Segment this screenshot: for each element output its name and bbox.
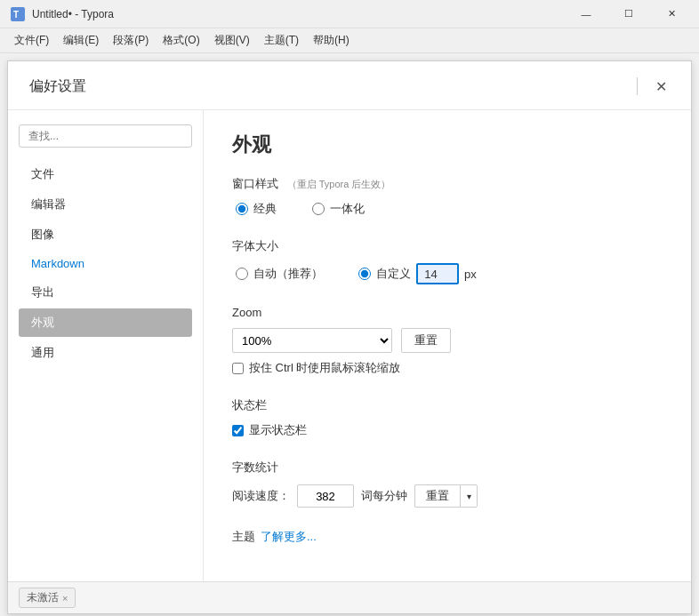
- window-style-group: 窗口样式 （重启 Typora 后生效） 经典 一体化: [232, 176, 663, 217]
- sidebar-item-image[interactable]: 图像: [19, 220, 192, 249]
- font-size-auto-label: 自动（推荐）: [253, 266, 323, 282]
- sidebar-item-general[interactable]: 通用: [19, 339, 192, 367]
- wordcount-row: 阅读速度： 词每分钟 重置 ▾: [232, 484, 663, 508]
- activate-close-button[interactable]: ×: [62, 593, 68, 604]
- word-count-title: 字数统计: [232, 460, 663, 476]
- wordcount-unit: 词每分钟: [361, 488, 407, 504]
- menu-help[interactable]: 帮助(H): [306, 30, 357, 51]
- wordcount-reset-button[interactable]: 重置: [414, 484, 460, 508]
- title-bar-controls: — ☐ ✕: [566, 0, 692, 28]
- title-bar-left: T Untitled• - Typora: [11, 7, 114, 21]
- zoom-ctrl-row: 按住 Ctrl 时使用鼠标滚轮缩放: [232, 360, 663, 376]
- font-size-custom-label: 自定义: [376, 266, 411, 282]
- theme-learn-more-link[interactable]: 了解更多...: [261, 529, 317, 545]
- font-size-auto[interactable]: 自动（推荐）: [236, 266, 323, 282]
- preferences-dialog: 偏好设置 ✕ 文件 编辑器 图像 Markdown 导出 外观 通用 外观 窗口…: [7, 60, 692, 614]
- font-size-custom-radio-item[interactable]: 自定义: [358, 266, 411, 282]
- window-style-radios: 经典 一体化: [236, 201, 663, 217]
- window-style-subtitle: （重启 Typora 后生效）: [287, 179, 391, 189]
- sidebar-item-markdown[interactable]: Markdown: [19, 251, 192, 276]
- activate-tag: 未激活 ×: [19, 588, 76, 608]
- sidebar-item-appearance[interactable]: 外观: [19, 308, 192, 337]
- status-bar-title: 状态栏: [232, 397, 663, 413]
- window-close-button[interactable]: ✕: [651, 0, 692, 28]
- svg-text:T: T: [13, 10, 19, 20]
- menu-para[interactable]: 段落(P): [106, 30, 156, 51]
- sidebar-item-file[interactable]: 文件: [19, 160, 192, 188]
- sidebar-item-editor[interactable]: 编辑器: [19, 190, 192, 219]
- title-bar: T Untitled• - Typora — ☐ ✕: [0, 0, 699, 28]
- dialog-close-button[interactable]: ✕: [648, 74, 673, 99]
- zoom-reset-button[interactable]: 重置: [401, 328, 451, 353]
- dialog-header: 偏好设置 ✕: [8, 61, 691, 110]
- zoom-select[interactable]: 75% 80% 90% 100% 110% 120% 125% 150% 175…: [232, 328, 392, 353]
- search-input[interactable]: [19, 124, 192, 148]
- menu-bar: 文件(F) 编辑(E) 段落(P) 格式(O) 视图(V) 主题(T) 帮助(H…: [0, 28, 699, 53]
- font-size-custom-group: 自定义 px: [358, 263, 477, 284]
- zoom-ctrl-label: 按住 Ctrl 时使用鼠标滚轮缩放: [249, 360, 400, 376]
- window-style-classic-label: 经典: [253, 201, 277, 217]
- activate-label: 未激活: [27, 590, 59, 605]
- zoom-title: Zoom: [232, 306, 663, 319]
- section-title: 外观: [232, 132, 663, 158]
- theme-label: 主题: [232, 529, 255, 545]
- theme-group: 主题 了解更多...: [232, 529, 663, 545]
- sidebar-item-export[interactable]: 导出: [19, 278, 192, 307]
- zoom-ctrl-checkbox[interactable]: [232, 363, 244, 374]
- maximize-button[interactable]: ☐: [608, 0, 649, 28]
- font-size-unit: px: [464, 268, 477, 281]
- window-title: Untitled• - Typora: [32, 8, 114, 20]
- dialog-title: 偏好设置: [29, 77, 86, 96]
- zoom-group: Zoom 75% 80% 90% 100% 110% 120% 125% 150…: [232, 306, 663, 376]
- status-bar-group: 状态栏 显示状态栏: [232, 397, 663, 438]
- theme-row: 主题 了解更多...: [232, 529, 663, 545]
- window-style-classic-radio[interactable]: [236, 203, 248, 215]
- menu-file[interactable]: 文件(F): [7, 30, 56, 51]
- font-size-row: 自动（推荐） 自定义 px: [236, 263, 663, 284]
- font-size-input[interactable]: [416, 263, 459, 284]
- window-style-title: 窗口样式 （重启 Typora 后生效）: [232, 176, 663, 192]
- minimize-button[interactable]: —: [566, 0, 607, 28]
- word-count-group: 字数统计 阅读速度： 词每分钟 重置 ▾: [232, 460, 663, 508]
- font-size-title: 字体大小: [232, 238, 663, 254]
- wordcount-reset-btn-group: 重置 ▾: [414, 484, 478, 508]
- window-style-classic[interactable]: 经典: [236, 201, 277, 217]
- status-bar-label: 显示状态栏: [249, 422, 307, 438]
- window-style-unified-radio[interactable]: [312, 203, 325, 215]
- dialog-header-right: ✕: [637, 74, 673, 99]
- window-style-label: 窗口样式: [232, 177, 278, 190]
- zoom-row: 75% 80% 90% 100% 110% 120% 125% 150% 175…: [232, 328, 663, 353]
- font-size-custom-radio[interactable]: [358, 268, 371, 280]
- dialog-header-divider: [637, 77, 638, 95]
- dialog-body: 文件 编辑器 图像 Markdown 导出 外观 通用 外观 窗口样式 （重启 …: [8, 110, 691, 581]
- typora-icon: T: [11, 7, 25, 21]
- window-style-unified[interactable]: 一体化: [312, 201, 365, 217]
- wordcount-reset-arrow[interactable]: ▾: [460, 484, 478, 508]
- menu-theme[interactable]: 主题(T): [257, 30, 306, 51]
- wordcount-reading-speed-label: 阅读速度：: [232, 488, 290, 504]
- status-bar-checkbox[interactable]: [232, 425, 244, 436]
- bottom-bar: 未激活 ×: [8, 581, 691, 613]
- sidebar: 文件 编辑器 图像 Markdown 导出 外观 通用: [8, 110, 204, 581]
- main-content: 外观 窗口样式 （重启 Typora 后生效） 经典 一体化: [204, 110, 691, 581]
- menu-edit[interactable]: 编辑(E): [56, 30, 106, 51]
- menu-view[interactable]: 视图(V): [207, 30, 257, 51]
- window-style-unified-label: 一体化: [330, 201, 365, 217]
- font-size-group: 字体大小 自动（推荐） 自定义 px: [232, 238, 663, 284]
- font-size-auto-radio[interactable]: [236, 268, 248, 280]
- status-bar-checkbox-row: 显示状态栏: [232, 422, 663, 438]
- menu-format[interactable]: 格式(O): [156, 30, 206, 51]
- wordcount-input[interactable]: [297, 484, 354, 508]
